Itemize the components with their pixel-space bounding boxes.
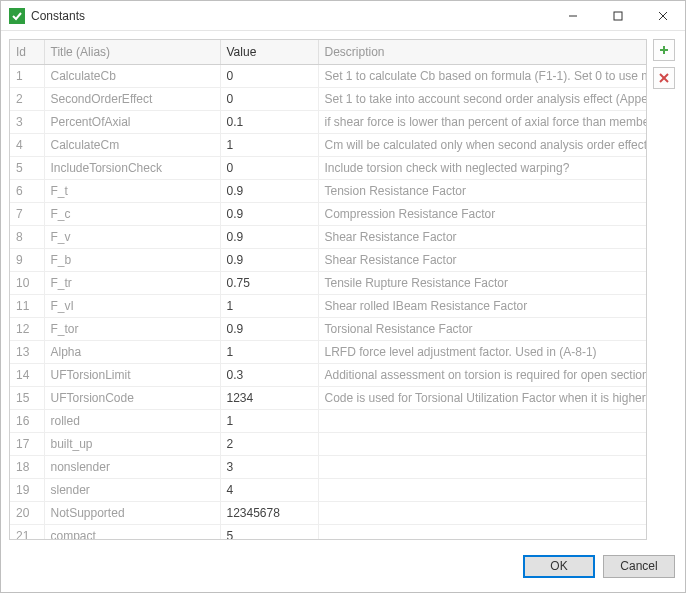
cell-id[interactable]: 14 <box>10 364 44 387</box>
cell-title[interactable]: rolled <box>44 410 220 433</box>
table-row[interactable]: 1CalculateCb0Set 1 to calculate Cb based… <box>10 65 646 88</box>
cell-title[interactable]: F_c <box>44 203 220 226</box>
cell-title[interactable]: F_t <box>44 180 220 203</box>
cell-value[interactable]: 1 <box>220 410 318 433</box>
cell-description[interactable]: Include torsion check with neglected war… <box>318 157 646 180</box>
cell-title[interactable]: SecondOrderEffect <box>44 88 220 111</box>
cell-description[interactable]: Set 1 to calculate Cb based on formula (… <box>318 65 646 88</box>
cell-description[interactable]: LRFD force level adjustment factor. Used… <box>318 341 646 364</box>
cell-id[interactable]: 11 <box>10 295 44 318</box>
cell-title[interactable]: NotSupported <box>44 502 220 525</box>
cell-title[interactable]: UFTorsionCode <box>44 387 220 410</box>
cell-title[interactable]: CalculateCm <box>44 134 220 157</box>
cell-id[interactable]: 4 <box>10 134 44 157</box>
table-row[interactable]: 14UFTorsionLimit0.3Additional assessment… <box>10 364 646 387</box>
cell-id[interactable]: 19 <box>10 479 44 502</box>
cell-description[interactable] <box>318 525 646 541</box>
cell-id[interactable]: 10 <box>10 272 44 295</box>
delete-row-button[interactable] <box>653 67 675 89</box>
cell-value[interactable]: 1 <box>220 295 318 318</box>
cell-id[interactable]: 3 <box>10 111 44 134</box>
table-row[interactable]: 18nonslender3 <box>10 456 646 479</box>
constants-table[interactable]: Id Title (Alias) Value Description 1Calc… <box>10 40 646 540</box>
cell-value[interactable]: 0.9 <box>220 318 318 341</box>
table-row[interactable]: 12F_tor0.9Torsional Resistance Factor <box>10 318 646 341</box>
table-row[interactable]: 17built_up2 <box>10 433 646 456</box>
cell-value[interactable]: 0.9 <box>220 249 318 272</box>
cell-description[interactable] <box>318 456 646 479</box>
cell-value[interactable]: 2 <box>220 433 318 456</box>
cell-id[interactable]: 1 <box>10 65 44 88</box>
table-row[interactable]: 15UFTorsionCode1234Code is used for Tors… <box>10 387 646 410</box>
cell-id[interactable]: 21 <box>10 525 44 541</box>
cell-description[interactable]: Cm will be calculated only when second a… <box>318 134 646 157</box>
cell-id[interactable]: 7 <box>10 203 44 226</box>
cell-value[interactable]: 0.75 <box>220 272 318 295</box>
cell-description[interactable]: Compression Resistance Factor <box>318 203 646 226</box>
cell-description[interactable]: Set 1 to take into account second order … <box>318 88 646 111</box>
cell-description[interactable] <box>318 433 646 456</box>
table-row[interactable]: 5IncludeTorsionCheck0Include torsion che… <box>10 157 646 180</box>
cell-value[interactable]: 1234 <box>220 387 318 410</box>
cell-title[interactable]: IncludeTorsionCheck <box>44 157 220 180</box>
cell-description[interactable]: Shear Resistance Factor <box>318 249 646 272</box>
cell-description[interactable] <box>318 410 646 433</box>
cell-title[interactable]: Alpha <box>44 341 220 364</box>
maximize-button[interactable] <box>595 1 640 30</box>
add-row-button[interactable] <box>653 39 675 61</box>
cell-value[interactable]: 3 <box>220 456 318 479</box>
cell-description[interactable]: Shear Resistance Factor <box>318 226 646 249</box>
table-row[interactable]: 19slender4 <box>10 479 646 502</box>
column-header-value[interactable]: Value <box>220 40 318 65</box>
cell-id[interactable]: 15 <box>10 387 44 410</box>
cell-title[interactable]: F_b <box>44 249 220 272</box>
cell-title[interactable]: built_up <box>44 433 220 456</box>
cell-title[interactable]: F_tr <box>44 272 220 295</box>
table-row[interactable]: 4CalculateCm1Cm will be calculated only … <box>10 134 646 157</box>
table-row[interactable]: 8F_v0.9Shear Resistance Factor <box>10 226 646 249</box>
close-button[interactable] <box>640 1 685 30</box>
table-row[interactable]: 6F_t0.9Tension Resistance Factor <box>10 180 646 203</box>
cell-value[interactable]: 0.3 <box>220 364 318 387</box>
cell-value[interactable]: 5 <box>220 525 318 541</box>
cell-id[interactable]: 5 <box>10 157 44 180</box>
cell-value[interactable]: 0.9 <box>220 226 318 249</box>
cell-description[interactable] <box>318 502 646 525</box>
cell-description[interactable]: if shear force is lower than percent of … <box>318 111 646 134</box>
cell-id[interactable]: 16 <box>10 410 44 433</box>
cell-value[interactable]: 0.9 <box>220 203 318 226</box>
cell-id[interactable]: 17 <box>10 433 44 456</box>
cell-id[interactable]: 6 <box>10 180 44 203</box>
table-row[interactable]: 2SecondOrderEffect0Set 1 to take into ac… <box>10 88 646 111</box>
cell-title[interactable]: F_vI <box>44 295 220 318</box>
cell-title[interactable]: UFTorsionLimit <box>44 364 220 387</box>
cell-description[interactable]: Torsional Resistance Factor <box>318 318 646 341</box>
table-row[interactable]: 7F_c0.9Compression Resistance Factor <box>10 203 646 226</box>
cell-title[interactable]: F_v <box>44 226 220 249</box>
cell-description[interactable]: Tension Resistance Factor <box>318 180 646 203</box>
cell-title[interactable]: nonslender <box>44 456 220 479</box>
cell-value[interactable]: 0 <box>220 157 318 180</box>
ok-button[interactable]: OK <box>523 555 595 578</box>
cell-id[interactable]: 13 <box>10 341 44 364</box>
cell-value[interactable]: 1 <box>220 134 318 157</box>
column-header-description[interactable]: Description <box>318 40 646 65</box>
cell-title[interactable]: slender <box>44 479 220 502</box>
cell-title[interactable]: compact <box>44 525 220 541</box>
table-row[interactable]: 16rolled1 <box>10 410 646 433</box>
cell-id[interactable]: 9 <box>10 249 44 272</box>
table-row[interactable]: 3PercentOfAxial0.1if shear force is lowe… <box>10 111 646 134</box>
cell-description[interactable]: Shear rolled IBeam Resistance Factor <box>318 295 646 318</box>
cell-value[interactable]: 4 <box>220 479 318 502</box>
cell-value[interactable]: 1 <box>220 341 318 364</box>
cell-value[interactable]: 0 <box>220 65 318 88</box>
cell-id[interactable]: 18 <box>10 456 44 479</box>
cell-id[interactable]: 2 <box>10 88 44 111</box>
column-header-id[interactable]: Id <box>10 40 44 65</box>
cell-title[interactable]: F_tor <box>44 318 220 341</box>
cell-value[interactable]: 0 <box>220 88 318 111</box>
cell-id[interactable]: 12 <box>10 318 44 341</box>
cell-value[interactable]: 12345678 <box>220 502 318 525</box>
cell-description[interactable]: Additional assessment on torsion is requ… <box>318 364 646 387</box>
column-header-title[interactable]: Title (Alias) <box>44 40 220 65</box>
